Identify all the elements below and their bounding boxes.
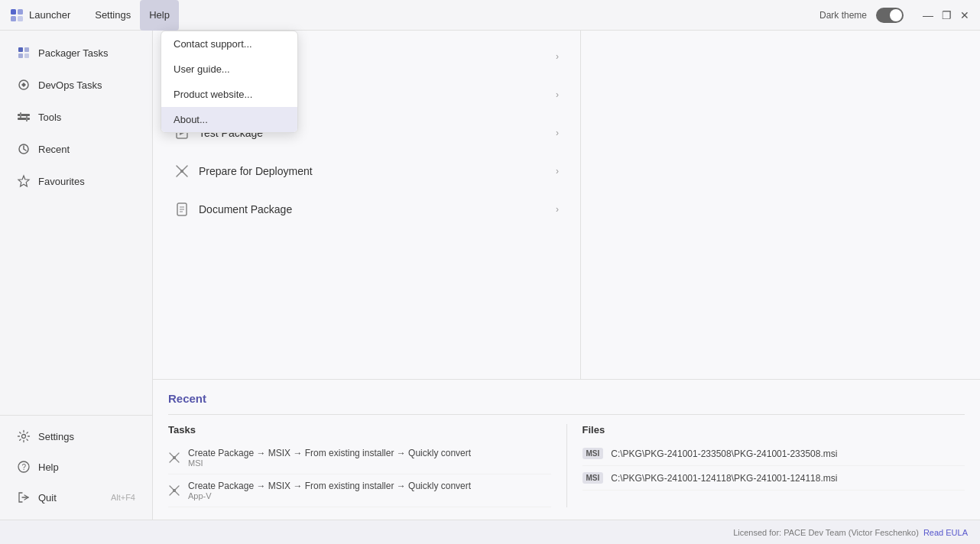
recent-files-column: Files MSI C:\PKG\PKG-241001-233508\PKG-2… bbox=[582, 424, 965, 507]
svg-rect-23 bbox=[180, 170, 183, 173]
sidebar-item-packager-tasks[interactable]: Packager Tasks bbox=[5, 38, 148, 67]
quit-icon bbox=[17, 491, 31, 504]
menu-settings[interactable]: Settings bbox=[86, 0, 140, 31]
svg-rect-9 bbox=[18, 114, 30, 116]
recent-file-0-badge: MSI bbox=[582, 448, 604, 459]
recent-columns-divider bbox=[566, 424, 567, 507]
recent-files-title: Files bbox=[582, 424, 965, 436]
recent-divider bbox=[168, 414, 965, 415]
task-column-right bbox=[581, 31, 980, 379]
sidebar-item-settings[interactable]: Settings bbox=[5, 422, 148, 451]
recent-task-1-sublabel: App-V bbox=[188, 491, 551, 500]
recent-section-title: Recent bbox=[168, 392, 965, 405]
svg-text:?: ? bbox=[22, 463, 27, 471]
minimize-button[interactable]: — bbox=[922, 9, 934, 21]
window-controls: — ❐ ✕ bbox=[922, 9, 971, 21]
dark-theme-label: Dark theme bbox=[819, 10, 867, 21]
task-chevron-create: › bbox=[556, 51, 559, 62]
svg-rect-4 bbox=[18, 47, 23, 52]
svg-rect-28 bbox=[173, 456, 176, 459]
recent-file-0[interactable]: MSI C:\PKG\PKG-241001-233508\PKG-241001-… bbox=[582, 442, 965, 466]
footer-eula-link[interactable]: Read EULA bbox=[923, 528, 968, 537]
maximize-button[interactable]: ❐ bbox=[940, 9, 952, 21]
svg-rect-5 bbox=[24, 47, 29, 52]
sidebar-item-packager-tasks-label: Packager Tasks bbox=[38, 47, 109, 59]
logo-icon bbox=[9, 8, 24, 23]
recent-file-1[interactable]: MSI C:\PKG\PKG-241001-124118\PKG-241001-… bbox=[582, 466, 965, 491]
task-chevron-prepare: › bbox=[556, 166, 559, 176]
svg-rect-2 bbox=[11, 16, 16, 21]
recent-task-1-icon bbox=[168, 484, 180, 497]
sidebar-item-recent-label: Recent bbox=[38, 144, 70, 155]
svg-rect-11 bbox=[20, 112, 21, 118]
prepare-deployment-icon bbox=[174, 164, 190, 179]
svg-rect-12 bbox=[26, 116, 28, 121]
recent-task-0-label: Create Package → MSIX → From existing in… bbox=[188, 448, 551, 458]
title-bar: Launcher Settings Help Dark theme — ❐ ✕ bbox=[0, 0, 980, 31]
tools-icon bbox=[17, 110, 31, 124]
task-chevron-test: › bbox=[556, 128, 559, 138]
recent-task-0-icon bbox=[168, 452, 180, 464]
recent-file-1-path: C:\PKG\PKG-241001-124118\PKG-241001-1241… bbox=[611, 473, 837, 484]
recent-file-0-path: C:\PKG\PKG-241001-233508\PKG-241001-2335… bbox=[611, 448, 837, 459]
sidebar-item-recent[interactable]: Recent bbox=[5, 134, 148, 164]
help-icon: ? bbox=[17, 460, 31, 474]
sidebar: Packager Tasks DevOps Tasks Tools Rece bbox=[0, 31, 153, 520]
title-bar-menu: Settings Help bbox=[86, 0, 179, 31]
task-document-package[interactable]: Document Package › bbox=[159, 191, 574, 228]
menu-help[interactable]: Help bbox=[140, 0, 179, 31]
help-menu-about[interactable]: About... bbox=[161, 107, 297, 132]
svg-rect-29 bbox=[173, 489, 176, 492]
recent-section: Recent Tasks Create Package → MSIX → Fro… bbox=[153, 379, 980, 520]
sidebar-item-devops-tasks[interactable]: DevOps Tasks bbox=[5, 70, 148, 99]
sidebar-item-devops-tasks-label: DevOps Tasks bbox=[38, 79, 102, 91]
recent-task-0[interactable]: Create Package → MSIX → From existing in… bbox=[168, 442, 551, 474]
recent-task-1-text: Create Package → MSIX → From existing in… bbox=[188, 481, 551, 500]
sidebar-item-tools-label: Tools bbox=[38, 112, 61, 123]
recent-tasks-column: Tasks Create Package → MSIX → From exist… bbox=[168, 424, 551, 507]
svg-rect-1 bbox=[18, 9, 23, 15]
sidebar-item-favourites-label: Favourites bbox=[38, 176, 85, 187]
app-logo: Launcher bbox=[9, 8, 70, 23]
help-menu-product-website[interactable]: Product website... bbox=[161, 82, 297, 107]
svg-rect-7 bbox=[24, 53, 29, 58]
help-menu-user-guide[interactable]: User guide... bbox=[161, 57, 297, 82]
devops-tasks-icon bbox=[17, 78, 31, 92]
sidebar-item-tools[interactable]: Tools bbox=[5, 102, 148, 131]
recent-icon bbox=[17, 142, 31, 156]
favourites-icon bbox=[17, 174, 31, 188]
recent-task-1[interactable]: Create Package → MSIX → From existing in… bbox=[168, 474, 551, 507]
help-menu-contact-support[interactable]: Contact support... bbox=[161, 31, 297, 57]
task-document-package-label: Document Package bbox=[199, 203, 292, 215]
task-prepare-deployment-label: Prepare for Deployment bbox=[199, 165, 313, 177]
sidebar-item-help[interactable]: ? Help bbox=[5, 452, 148, 481]
document-package-icon bbox=[174, 202, 190, 217]
svg-rect-0 bbox=[11, 9, 16, 15]
sidebar-item-settings-label: Settings bbox=[38, 431, 74, 442]
svg-point-14 bbox=[22, 435, 26, 439]
footer-license-text: Licensed for: PACE Dev Team (Victor Fesc… bbox=[733, 528, 919, 537]
task-prepare-deployment[interactable]: Prepare for Deployment › bbox=[159, 153, 574, 189]
svg-rect-10 bbox=[18, 118, 30, 120]
settings-icon bbox=[17, 429, 31, 443]
sidebar-item-quit[interactable]: Quit Alt+F4 bbox=[5, 483, 148, 512]
sidebar-item-quit-label: Quit bbox=[38, 492, 57, 504]
app-name-label: Launcher bbox=[29, 9, 70, 21]
help-dropdown-menu: Contact support... User guide... Product… bbox=[161, 31, 298, 133]
recent-file-1-badge: MSI bbox=[582, 472, 604, 484]
task-chevron-edit: › bbox=[556, 89, 559, 100]
recent-columns: Tasks Create Package → MSIX → From exist… bbox=[168, 424, 965, 507]
sidebar-bottom: Settings ? Help Quit Alt+F4 bbox=[0, 415, 152, 513]
packager-tasks-icon bbox=[17, 46, 31, 60]
sidebar-item-favourites[interactable]: Favourites bbox=[5, 167, 148, 196]
recent-task-1-label: Create Package → MSIX → From existing in… bbox=[188, 481, 551, 491]
recent-task-0-text: Create Package → MSIX → From existing in… bbox=[188, 448, 551, 468]
main-layout: Packager Tasks DevOps Tasks Tools Rece bbox=[0, 31, 980, 520]
svg-rect-3 bbox=[18, 16, 23, 21]
task-chevron-document: › bbox=[556, 204, 559, 215]
sidebar-item-help-label: Help bbox=[38, 461, 59, 473]
recent-task-0-sublabel: MSI bbox=[188, 458, 551, 468]
close-button[interactable]: ✕ bbox=[959, 9, 971, 21]
quit-shortcut: Alt+F4 bbox=[111, 493, 135, 502]
dark-theme-toggle[interactable] bbox=[876, 8, 904, 23]
